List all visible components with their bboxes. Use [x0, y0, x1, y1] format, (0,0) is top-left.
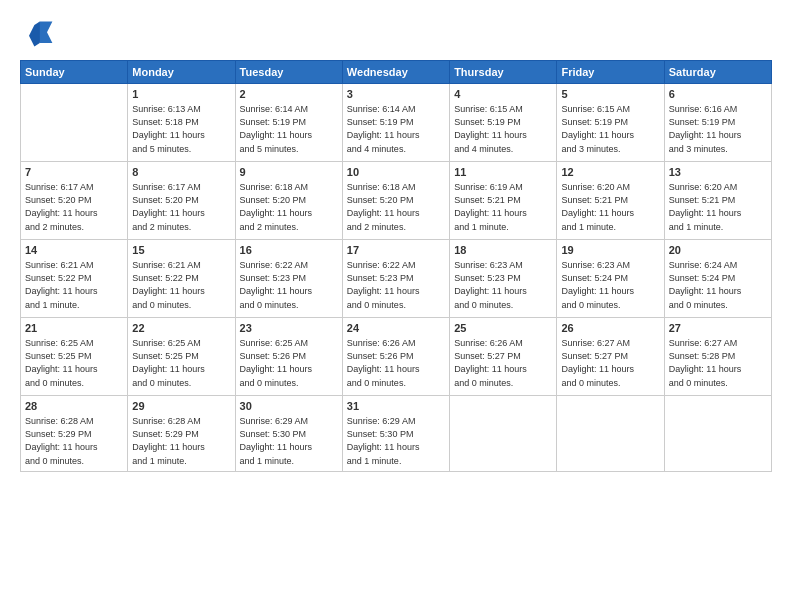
day-number: 1	[132, 87, 230, 102]
day-info: Sunrise: 6:27 AM Sunset: 5:28 PM Dayligh…	[669, 337, 767, 389]
col-header-thursday: Thursday	[450, 61, 557, 84]
calendar-cell: 4Sunrise: 6:15 AM Sunset: 5:19 PM Daylig…	[450, 84, 557, 162]
day-info: Sunrise: 6:28 AM Sunset: 5:29 PM Dayligh…	[132, 415, 230, 467]
calendar-cell: 1Sunrise: 6:13 AM Sunset: 5:18 PM Daylig…	[128, 84, 235, 162]
calendar-cell	[557, 396, 664, 472]
day-number: 7	[25, 165, 123, 180]
day-info: Sunrise: 6:20 AM Sunset: 5:21 PM Dayligh…	[669, 181, 767, 233]
calendar-cell: 27Sunrise: 6:27 AM Sunset: 5:28 PM Dayli…	[664, 318, 771, 396]
calendar-cell: 11Sunrise: 6:19 AM Sunset: 5:21 PM Dayli…	[450, 162, 557, 240]
day-info: Sunrise: 6:15 AM Sunset: 5:19 PM Dayligh…	[454, 103, 552, 155]
day-info: Sunrise: 6:24 AM Sunset: 5:24 PM Dayligh…	[669, 259, 767, 311]
calendar-cell: 14Sunrise: 6:21 AM Sunset: 5:22 PM Dayli…	[21, 240, 128, 318]
calendar-cell: 17Sunrise: 6:22 AM Sunset: 5:23 PM Dayli…	[342, 240, 449, 318]
calendar-cell: 2Sunrise: 6:14 AM Sunset: 5:19 PM Daylig…	[235, 84, 342, 162]
day-number: 30	[240, 399, 338, 414]
day-number: 4	[454, 87, 552, 102]
day-info: Sunrise: 6:23 AM Sunset: 5:23 PM Dayligh…	[454, 259, 552, 311]
day-info: Sunrise: 6:14 AM Sunset: 5:19 PM Dayligh…	[347, 103, 445, 155]
logo-icon	[20, 16, 56, 52]
day-number: 21	[25, 321, 123, 336]
calendar-cell: 15Sunrise: 6:21 AM Sunset: 5:22 PM Dayli…	[128, 240, 235, 318]
calendar-cell: 9Sunrise: 6:18 AM Sunset: 5:20 PM Daylig…	[235, 162, 342, 240]
day-info: Sunrise: 6:18 AM Sunset: 5:20 PM Dayligh…	[240, 181, 338, 233]
calendar-cell: 23Sunrise: 6:25 AM Sunset: 5:26 PM Dayli…	[235, 318, 342, 396]
day-info: Sunrise: 6:20 AM Sunset: 5:21 PM Dayligh…	[561, 181, 659, 233]
day-number: 13	[669, 165, 767, 180]
day-info: Sunrise: 6:22 AM Sunset: 5:23 PM Dayligh…	[347, 259, 445, 311]
week-row-3: 21Sunrise: 6:25 AM Sunset: 5:25 PM Dayli…	[21, 318, 772, 396]
day-info: Sunrise: 6:21 AM Sunset: 5:22 PM Dayligh…	[25, 259, 123, 311]
col-header-saturday: Saturday	[664, 61, 771, 84]
day-number: 20	[669, 243, 767, 258]
day-info: Sunrise: 6:19 AM Sunset: 5:21 PM Dayligh…	[454, 181, 552, 233]
day-number: 10	[347, 165, 445, 180]
day-number: 2	[240, 87, 338, 102]
calendar-cell: 31Sunrise: 6:29 AM Sunset: 5:30 PM Dayli…	[342, 396, 449, 472]
calendar-cell: 29Sunrise: 6:28 AM Sunset: 5:29 PM Dayli…	[128, 396, 235, 472]
day-number: 22	[132, 321, 230, 336]
calendar-cell: 25Sunrise: 6:26 AM Sunset: 5:27 PM Dayli…	[450, 318, 557, 396]
calendar-cell: 21Sunrise: 6:25 AM Sunset: 5:25 PM Dayli…	[21, 318, 128, 396]
day-info: Sunrise: 6:29 AM Sunset: 5:30 PM Dayligh…	[347, 415, 445, 467]
day-number: 27	[669, 321, 767, 336]
day-number: 31	[347, 399, 445, 414]
day-number: 18	[454, 243, 552, 258]
header	[20, 16, 772, 52]
day-info: Sunrise: 6:21 AM Sunset: 5:22 PM Dayligh…	[132, 259, 230, 311]
calendar-cell: 16Sunrise: 6:22 AM Sunset: 5:23 PM Dayli…	[235, 240, 342, 318]
day-info: Sunrise: 6:25 AM Sunset: 5:26 PM Dayligh…	[240, 337, 338, 389]
day-info: Sunrise: 6:26 AM Sunset: 5:26 PM Dayligh…	[347, 337, 445, 389]
day-number: 6	[669, 87, 767, 102]
col-header-friday: Friday	[557, 61, 664, 84]
week-row-1: 7Sunrise: 6:17 AM Sunset: 5:20 PM Daylig…	[21, 162, 772, 240]
day-number: 19	[561, 243, 659, 258]
header-row: SundayMondayTuesdayWednesdayThursdayFrid…	[21, 61, 772, 84]
day-number: 23	[240, 321, 338, 336]
day-info: Sunrise: 6:15 AM Sunset: 5:19 PM Dayligh…	[561, 103, 659, 155]
week-row-2: 14Sunrise: 6:21 AM Sunset: 5:22 PM Dayli…	[21, 240, 772, 318]
day-number: 16	[240, 243, 338, 258]
day-info: Sunrise: 6:28 AM Sunset: 5:29 PM Dayligh…	[25, 415, 123, 467]
day-info: Sunrise: 6:29 AM Sunset: 5:30 PM Dayligh…	[240, 415, 338, 467]
calendar-table: SundayMondayTuesdayWednesdayThursdayFrid…	[20, 60, 772, 472]
day-info: Sunrise: 6:23 AM Sunset: 5:24 PM Dayligh…	[561, 259, 659, 311]
day-number: 9	[240, 165, 338, 180]
day-number: 14	[25, 243, 123, 258]
day-info: Sunrise: 6:17 AM Sunset: 5:20 PM Dayligh…	[132, 181, 230, 233]
page: SundayMondayTuesdayWednesdayThursdayFrid…	[0, 0, 792, 612]
day-number: 8	[132, 165, 230, 180]
logo	[20, 16, 60, 52]
col-header-wednesday: Wednesday	[342, 61, 449, 84]
day-info: Sunrise: 6:27 AM Sunset: 5:27 PM Dayligh…	[561, 337, 659, 389]
calendar-cell: 8Sunrise: 6:17 AM Sunset: 5:20 PM Daylig…	[128, 162, 235, 240]
day-number: 26	[561, 321, 659, 336]
day-number: 28	[25, 399, 123, 414]
day-number: 3	[347, 87, 445, 102]
col-header-monday: Monday	[128, 61, 235, 84]
calendar-cell: 13Sunrise: 6:20 AM Sunset: 5:21 PM Dayli…	[664, 162, 771, 240]
calendar-cell: 28Sunrise: 6:28 AM Sunset: 5:29 PM Dayli…	[21, 396, 128, 472]
day-info: Sunrise: 6:18 AM Sunset: 5:20 PM Dayligh…	[347, 181, 445, 233]
day-number: 12	[561, 165, 659, 180]
calendar-cell: 26Sunrise: 6:27 AM Sunset: 5:27 PM Dayli…	[557, 318, 664, 396]
day-number: 11	[454, 165, 552, 180]
calendar-cell: 30Sunrise: 6:29 AM Sunset: 5:30 PM Dayli…	[235, 396, 342, 472]
calendar-cell: 6Sunrise: 6:16 AM Sunset: 5:19 PM Daylig…	[664, 84, 771, 162]
calendar-cell: 20Sunrise: 6:24 AM Sunset: 5:24 PM Dayli…	[664, 240, 771, 318]
calendar-cell: 12Sunrise: 6:20 AM Sunset: 5:21 PM Dayli…	[557, 162, 664, 240]
day-info: Sunrise: 6:26 AM Sunset: 5:27 PM Dayligh…	[454, 337, 552, 389]
day-number: 17	[347, 243, 445, 258]
calendar-cell: 7Sunrise: 6:17 AM Sunset: 5:20 PM Daylig…	[21, 162, 128, 240]
week-row-0: 1Sunrise: 6:13 AM Sunset: 5:18 PM Daylig…	[21, 84, 772, 162]
day-info: Sunrise: 6:22 AM Sunset: 5:23 PM Dayligh…	[240, 259, 338, 311]
calendar-cell	[664, 396, 771, 472]
calendar-cell: 3Sunrise: 6:14 AM Sunset: 5:19 PM Daylig…	[342, 84, 449, 162]
day-info: Sunrise: 6:14 AM Sunset: 5:19 PM Dayligh…	[240, 103, 338, 155]
day-info: Sunrise: 6:25 AM Sunset: 5:25 PM Dayligh…	[25, 337, 123, 389]
calendar-cell: 24Sunrise: 6:26 AM Sunset: 5:26 PM Dayli…	[342, 318, 449, 396]
calendar-cell	[450, 396, 557, 472]
day-info: Sunrise: 6:13 AM Sunset: 5:18 PM Dayligh…	[132, 103, 230, 155]
day-info: Sunrise: 6:25 AM Sunset: 5:25 PM Dayligh…	[132, 337, 230, 389]
day-info: Sunrise: 6:17 AM Sunset: 5:20 PM Dayligh…	[25, 181, 123, 233]
